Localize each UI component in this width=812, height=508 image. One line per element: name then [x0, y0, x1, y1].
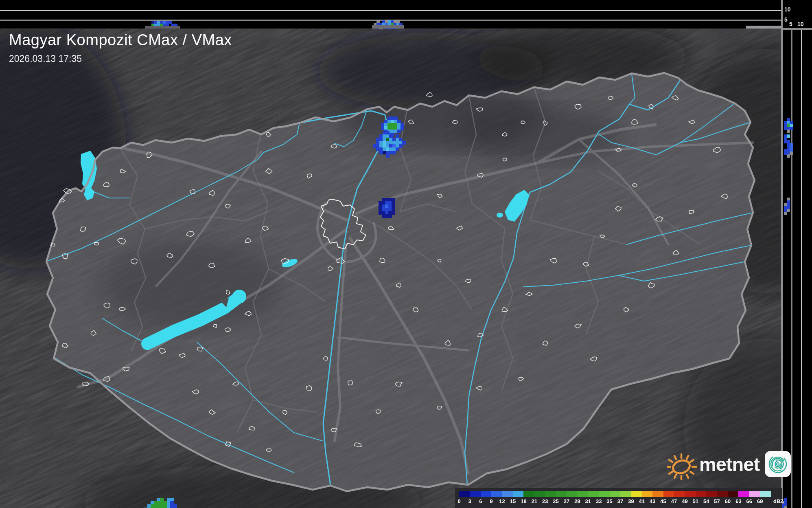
legend-color-cell [652, 491, 663, 497]
sun-icon [667, 446, 698, 482]
metnet-wordmark: metnet [699, 453, 759, 475]
legend-color-cell [491, 491, 502, 497]
legend-tick-label: 9 [490, 498, 493, 504]
legend-color-cell [567, 491, 578, 497]
legend-tick-label: 51 [693, 498, 698, 504]
legend-color-cell [738, 491, 749, 497]
top-cross-section-panel [0, 0, 782, 29]
right-axis-5km-label: 5 [789, 21, 792, 27]
legend-tick-label: 47 [671, 498, 677, 504]
title-block: Magyar Kompozit CMax / VMax 2026.03.13 1… [9, 30, 232, 65]
top-axis-5km-label: 5 [784, 17, 788, 22]
legend-tick-label: 23 [542, 498, 548, 504]
legend-tick-label: 25 [553, 498, 558, 504]
legend-color-cell [534, 491, 545, 497]
legend-color-cell [459, 491, 470, 497]
legend-color-cell [728, 491, 739, 497]
legend-tick-label: 6 [479, 498, 482, 504]
metnet-logo: metnet [667, 446, 791, 482]
dbz-tick-labels: 0369121518212325272931333537394143454749… [459, 498, 781, 506]
legend-color-cell [685, 491, 696, 497]
legend-color-cell [696, 491, 707, 497]
legend-tick-label: 29 [574, 498, 580, 504]
legend-tick-label: 31 [585, 498, 591, 504]
legend-tick-label: 41 [639, 498, 645, 504]
legend-tick-label: 39 [628, 498, 634, 504]
right-cross-section-panel [781, 0, 812, 508]
legend-color-cell [706, 491, 717, 497]
radar-scene [0, 0, 812, 508]
legend-tick-label: 49 [682, 498, 687, 504]
legend-tick-label: 21 [532, 498, 537, 504]
legend-tick-label: 3 [468, 498, 471, 504]
legend-tick-label: 12 [499, 498, 505, 504]
metnet-app-icon [764, 451, 791, 477]
dbz-unit-label: dBZ [773, 498, 784, 504]
legend-tick-label: 27 [564, 498, 569, 504]
legend-tick-label: 0 [457, 498, 460, 504]
legend-color-cell [717, 491, 728, 497]
legend-tick-label: 69 [757, 498, 763, 504]
legend-color-cell [749, 491, 760, 497]
legend-color-cell [760, 491, 771, 497]
legend-color-cell [674, 491, 685, 497]
legend-color-cell [481, 491, 492, 497]
legend-color-cell [588, 491, 599, 497]
right-axis-10km-label: 10 [797, 21, 804, 27]
radar-composite-page: { "header": { "title": "Magyar Kompozit … [0, 0, 812, 508]
legend-tick-label: 33 [596, 498, 602, 504]
legend-color-cell [631, 491, 642, 497]
legend-tick-label: 15 [510, 498, 516, 504]
legend-color-cell [513, 491, 524, 497]
timestamp: 2026.03.13 17:35 [9, 53, 232, 65]
legend-tick-label: 18 [521, 498, 526, 504]
legend-tick-label: 43 [650, 498, 655, 504]
legend-color-cell [610, 491, 621, 497]
legend-color-cell [599, 491, 610, 497]
legend-tick-label: 66 [746, 498, 752, 504]
legend-color-cell [663, 491, 674, 497]
top-axis-10km-label: 10 [784, 7, 791, 12]
legend-tick-label: 54 [703, 498, 709, 504]
legend-color-cell [470, 491, 481, 497]
legend-tick-label: 57 [714, 498, 720, 504]
legend-color-cell [545, 491, 556, 497]
legend-tick-label: 37 [617, 498, 623, 504]
legend-color-cell [620, 491, 631, 497]
legend-tick-label: 60 [725, 498, 731, 504]
legend-color-cell [642, 491, 653, 497]
legend-tick-label: 63 [735, 498, 741, 504]
legend-tick-label: 45 [660, 498, 666, 504]
dbz-legend: 0369121518212325272931333537394143454749… [455, 488, 782, 508]
legend-color-cell [556, 491, 567, 497]
legend-color-cell [523, 491, 534, 497]
legend-tick-label: 35 [606, 498, 612, 504]
map-panel [0, 0, 812, 508]
legend-color-cell [577, 491, 588, 497]
corner-frame-line [782, 28, 812, 30]
legend-color-cell [502, 491, 513, 497]
map-right-frame [781, 0, 783, 508]
page-title: Magyar Kompozit CMax / VMax [9, 30, 232, 50]
